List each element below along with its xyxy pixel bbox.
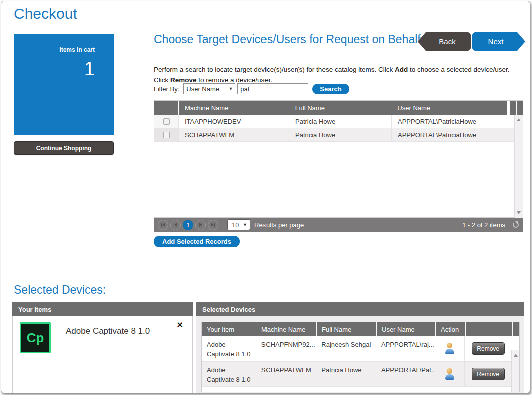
user-icon[interactable] [445, 368, 454, 380]
continue-shopping-button[interactable]: Continue Shopping [14, 141, 114, 155]
scroll-down-icon[interactable] [517, 211, 521, 214]
selected-devices-grid-body: Adobe Captivate 8 1.0 SCHAPFNMP92... Raj… [202, 336, 519, 392]
user-icon [445, 349, 454, 354]
add-selected-records-button[interactable]: Add Selected Records [154, 236, 240, 247]
cart-item-name: Adobe Captivate 8 1.0 [66, 326, 185, 336]
instructions-add-keyword: Add [395, 66, 408, 73]
user-icon [445, 374, 454, 380]
grid-header-spacer [512, 322, 519, 336]
your-item-cell: Adobe Captivate 8 1.0 [202, 336, 256, 361]
next-button[interactable]: Next [472, 32, 525, 51]
action-cell [435, 336, 465, 361]
filter-by-label: Filter By: [154, 85, 179, 93]
search-button[interactable]: Search [312, 84, 349, 94]
your-item-cell: Adobe Captivate 8 1.0 [202, 362, 256, 387]
machine-name-cell: SCHAPFNMP92... [256, 336, 316, 361]
remove-cell: Remove [464, 362, 511, 387]
full-name-cell: Patricia Howe [289, 128, 391, 141]
back-button[interactable]: Back [418, 32, 471, 51]
wizard-step-heading: Choose Target Devices/Users for Request … [154, 32, 422, 47]
pager-bar: 1 10 ▼ Results per page 1 - 2 of 2 items [154, 218, 523, 232]
remove-cell: Remove [464, 336, 511, 361]
user-name-cell: APPPORTAL\PatriciaHowe [391, 115, 501, 128]
user-name-column-header[interactable]: User Name [376, 322, 435, 336]
previous-page-button[interactable] [170, 220, 181, 230]
table-row: Adobe Captivate 8 1.0 SCHAPFNMP92... Raj… [202, 336, 519, 362]
action-cell [435, 362, 465, 387]
instructions-text: Perform a search to locate target device… [154, 65, 523, 86]
your-item-column-header[interactable]: Your Item [202, 322, 256, 336]
pager-right: 1 - 2 of 2 items [462, 221, 519, 229]
items-count-label: 1 - 2 of 2 items [462, 221, 505, 229]
next-page-icon [199, 223, 202, 227]
instructions-part3: to remove a device/user. [197, 76, 273, 84]
first-page-icon [161, 223, 162, 227]
row-checkbox[interactable] [163, 118, 170, 125]
full-name-column-header[interactable]: Full Name [289, 101, 391, 115]
row-checkbox[interactable] [163, 132, 170, 138]
vertical-scrollbar[interactable] [514, 115, 523, 218]
selected-devices-panel: Your Item Machine Name Full Name User Na… [196, 316, 524, 393]
remove-button[interactable]: Remove [472, 342, 505, 355]
machine-name-cell: ITAAPPHOWEDEV [178, 115, 289, 128]
search-results-grid: Machine Name Full Name User Name ITAAPPH… [154, 100, 523, 218]
next-page-button[interactable] [195, 220, 206, 230]
search-results-body: ITAAPPHOWEDEV Patricia Howe APPPORTAL\Pa… [154, 115, 523, 218]
remove-button[interactable]: Remove [472, 368, 505, 380]
table-row[interactable]: ITAAPPHOWEDEV Patricia Howe APPPORTAL\Pa… [154, 115, 523, 128]
cart-item: Cp Adobe Captivate 8 1.0 ✕ [13, 316, 192, 342]
current-page-button[interactable]: 1 [183, 220, 193, 230]
grid-header-spacer [516, 101, 523, 115]
close-icon[interactable]: ✕ [177, 320, 183, 330]
selected-devices-heading: Selected Devices: [14, 283, 106, 297]
page-title: Checkout [14, 5, 77, 22]
row-checkbox-cell [154, 115, 178, 128]
action-column-header[interactable]: Action [435, 322, 465, 336]
page-size-select[interactable]: 10 ▼ [227, 219, 250, 230]
your-items-panel-header: Your Items [12, 302, 193, 316]
search-input[interactable] [237, 83, 308, 94]
grid-header-spacer [501, 101, 507, 115]
selected-devices-panel-header: Selected Devices [196, 302, 524, 316]
grid-header-spacer [509, 101, 516, 115]
filter-by-select[interactable]: User Name ▼ [183, 83, 235, 94]
full-name-cell: Patricia Howe [316, 362, 376, 387]
user-icon [447, 343, 452, 348]
scroll-up-icon[interactable] [514, 354, 518, 357]
last-page-button[interactable] [208, 220, 218, 230]
table-row[interactable]: SCHAPPATWFM Patricia Howe APPPORTAL\Patr… [154, 128, 523, 142]
partial-row [202, 387, 519, 392]
user-name-cell: APPPORTAL\Pat... [376, 362, 435, 387]
machine-name-column-header[interactable]: Machine Name [256, 322, 316, 336]
selected-devices-grid-header: Your Item Machine Name Full Name User Na… [202, 322, 519, 336]
filter-by-selected-value: User Name [186, 85, 219, 93]
instructions-remove-keyword: Remove [170, 76, 197, 84]
machine-name-cell: SCHAPPATWFM [256, 362, 316, 387]
instructions-part1: Perform a search to locate target device… [154, 66, 395, 73]
page-size-value: 10 [232, 221, 239, 229]
row-checkbox-cell [154, 128, 178, 141]
full-name-column-header[interactable]: Full Name [316, 322, 376, 336]
vertical-scrollbar[interactable] [511, 350, 519, 392]
selected-devices-grid: Your Item Machine Name Full Name User Na… [201, 322, 520, 392]
full-name-cell: Rajneesh Sehgal [316, 336, 376, 361]
user-name-column-header[interactable]: User Name [391, 101, 501, 115]
first-page-icon [162, 223, 165, 227]
full-name-cell: Patricia Howe [289, 115, 391, 128]
machine-name-column-header[interactable]: Machine Name [178, 101, 289, 115]
checkout-page: Checkout Items in cart 1 Continue Shoppi… [1, 1, 530, 393]
cart-summary-box: Items in cart 1 [14, 34, 114, 135]
results-per-page-label: Results per page [254, 221, 304, 229]
checkbox-column-header [154, 101, 178, 115]
last-page-icon [211, 223, 214, 227]
user-icon[interactable] [445, 343, 454, 355]
table-row: Adobe Captivate 8 1.0 SCHAPPATWFM Patric… [202, 362, 519, 387]
refresh-icon[interactable] [512, 221, 519, 228]
remove-column-header [465, 322, 512, 336]
machine-name-cell: SCHAPPATWFM [178, 128, 289, 141]
first-page-button[interactable] [158, 220, 168, 230]
filter-row: Filter By: User Name ▼ Search [154, 83, 349, 94]
user-name-cell: APPPORTAL\PatriciaHowe [391, 128, 501, 141]
scroll-up-icon[interactable] [517, 118, 521, 121]
cart-items-count: 1 [14, 58, 95, 80]
